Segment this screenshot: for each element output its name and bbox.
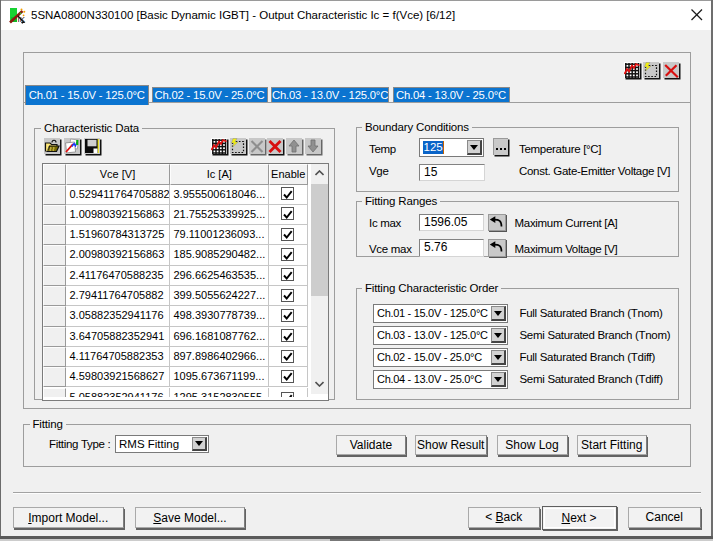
- svg-text:IK: IK: [18, 15, 26, 24]
